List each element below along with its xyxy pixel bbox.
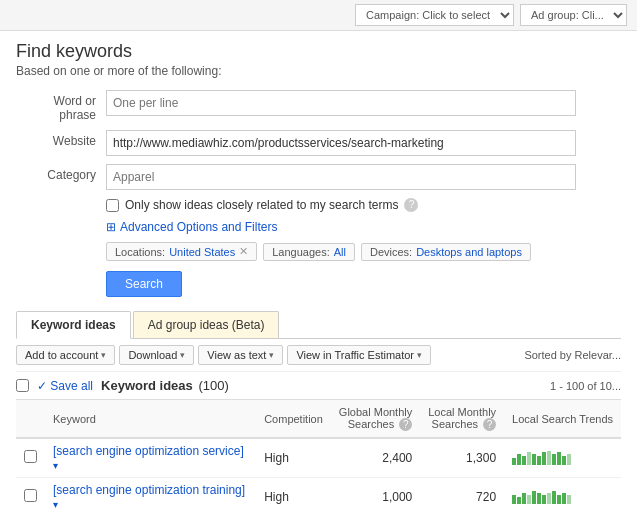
top-bar: Campaign: Click to select Ad group: Cli.… [0,0,637,31]
tab-keyword-ideas[interactable]: Keyword ideas [16,311,131,339]
trend-bar-segment [532,454,536,465]
word-phrase-row: Word or phrase [16,90,621,122]
add-to-account-arrow: ▾ [101,350,106,360]
view-as-text-btn[interactable]: View as text ▾ [198,345,283,365]
download-btn[interactable]: Download ▾ [119,345,194,365]
trend-bar-segment [562,493,566,504]
tabs-row: Keyword ideas Ad group ideas (Beta) [16,311,621,339]
view-traffic-btn[interactable]: View in Traffic Estimator ▾ [287,345,431,365]
trend-bar-segment [512,495,516,504]
website-label: Website [16,130,106,148]
local-monthly-cell: 720 [420,478,504,515]
category-label: Category [16,164,106,182]
trend-bar-segment [552,454,556,465]
filter-languages: Languages: All [263,243,355,261]
global-help-icon[interactable]: ? [399,418,412,431]
trend-bar-segment [552,491,556,504]
plus-icon: ⊞ [106,220,116,234]
trend-bar-segment [542,452,546,465]
trend-bar-segment [557,452,561,465]
trend-bar-segment [567,454,571,465]
results-range: 1 - 100 of 10... [550,380,621,392]
tab-adgroup-ideas[interactable]: Ad group ideas (Beta) [133,311,280,338]
col-global: Global MonthlySearches ? [331,400,420,438]
filter-locations: Locations: United States ✕ [106,242,257,261]
word-label: Word or phrase [16,90,106,122]
local-help-icon[interactable]: ? [483,418,496,431]
table-row: [search engine optimization training] ▾H… [16,478,621,515]
page-title: Find keywords [16,41,621,62]
trend-bar-segment [527,495,531,504]
trend-cell [504,438,621,478]
adgroup-select[interactable]: Ad group: Cli... [520,4,627,26]
keyword-dropdown-arrow[interactable]: ▾ [53,499,58,510]
trend-bar-segment [562,456,566,465]
main-content: Find keywords Based on one or more of th… [0,31,637,514]
trend-bar-segment [567,495,571,504]
page-subtitle: Based on one or more of the following: [16,64,621,78]
col-keyword: Keyword [45,400,256,438]
trend-bar-segment [512,458,516,465]
keyword-link[interactable]: [search engine optimization training] [53,483,245,497]
related-checkbox[interactable] [106,199,119,212]
filters-row: Locations: United States ✕ Languages: Al… [106,242,621,261]
trend-bar-segment [547,451,551,465]
advanced-link[interactable]: ⊞Advanced Options and Filters [106,220,277,234]
local-monthly-cell: 1,300 [420,438,504,478]
trend-bar-segment [537,493,541,504]
view-traffic-arrow: ▾ [417,350,422,360]
trend-bars [512,449,571,465]
trend-bar-segment [517,497,521,504]
save-all-btn[interactable]: ✓ Save all [37,379,93,393]
checkbox-label: Only show ideas closely related to my se… [125,198,398,212]
search-button[interactable]: Search [106,271,182,297]
col-competition: Competition [256,400,331,438]
global-monthly-cell: 1,000 [331,478,420,515]
view-as-text-arrow: ▾ [269,350,274,360]
add-to-account-btn[interactable]: Add to account ▾ [16,345,115,365]
trend-bar-segment [537,456,541,465]
help-icon[interactable]: ? [404,198,418,212]
trend-bar-segment [527,452,531,465]
table-row: [search engine optimization service] ▾Hi… [16,438,621,478]
trend-bar-segment [557,495,561,504]
col-checkbox [16,400,45,438]
global-monthly-cell: 2,400 [331,438,420,478]
keyword-dropdown-arrow[interactable]: ▾ [53,460,58,471]
trend-bar-segment [542,495,546,504]
col-trends: Local Search Trends [504,400,621,438]
row-checkbox[interactable] [24,450,37,463]
website-row: Website [16,130,621,156]
advanced-row: ⊞Advanced Options and Filters [106,220,621,234]
sorted-by: Sorted by Relevar... [524,349,621,361]
trend-bar-segment [517,454,521,465]
word-input[interactable] [106,90,576,116]
keyword-link[interactable]: [search engine optimization service] [53,444,244,458]
trend-bars [512,488,571,504]
filter-devices: Devices: Desktops and laptops [361,243,531,261]
website-input[interactable] [106,130,576,156]
download-arrow: ▾ [180,350,185,360]
category-input[interactable] [106,164,576,190]
trend-bar-segment [532,491,536,504]
toolbar-row: Add to account ▾ Download ▾ View as text… [16,339,621,372]
trend-bar-segment [522,493,526,504]
competition-cell: High [256,478,331,515]
results-title: Keyword ideas (100) [101,378,229,393]
row-checkbox[interactable] [24,489,37,502]
trend-cell [504,478,621,515]
competition-cell: High [256,438,331,478]
select-all-checkbox[interactable] [16,379,29,392]
filter-locations-remove[interactable]: ✕ [239,245,248,258]
checkbox-row: Only show ideas closely related to my se… [106,198,621,212]
col-local: Local MonthlySearches ? [420,400,504,438]
trend-bar-segment [547,493,551,504]
campaign-select[interactable]: Campaign: Click to select [355,4,514,26]
keywords-table: Keyword Competition Global MonthlySearch… [16,400,621,514]
trend-bar-segment [522,456,526,465]
results-header: ✓ Save all Keyword ideas (100) 1 - 100 o… [16,372,621,400]
category-row: Category [16,164,621,190]
